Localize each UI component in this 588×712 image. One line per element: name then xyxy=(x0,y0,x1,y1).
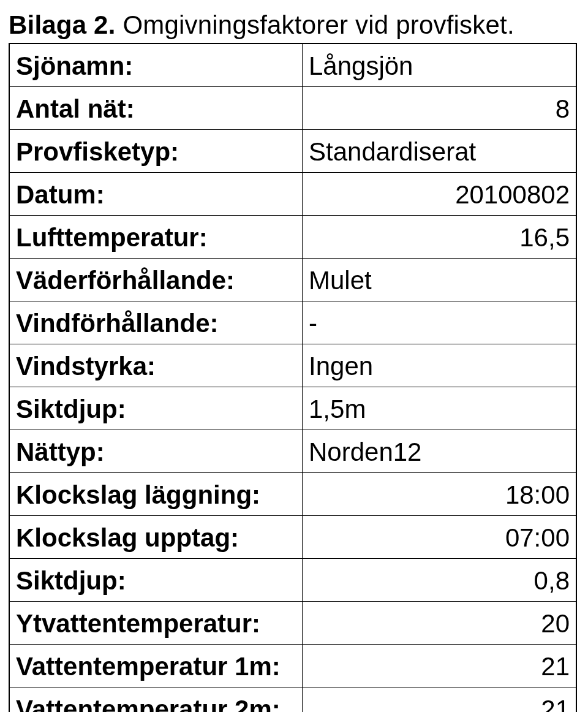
row-value: 20 xyxy=(303,602,576,644)
row-key: Vindstyrka: xyxy=(10,344,303,387)
table-row: Antal nät:8 xyxy=(10,87,576,130)
row-value: 0,8 xyxy=(303,559,576,601)
row-key: Antal nät: xyxy=(10,87,303,129)
table-row: Lufttemperatur:16,5 xyxy=(10,216,576,259)
row-value: 21 xyxy=(303,687,576,712)
table-row: Nättyp:Norden12 xyxy=(10,430,576,473)
title-bold: Bilaga 2. xyxy=(9,10,123,39)
row-key: Vattentemperatur 2m: xyxy=(10,687,303,712)
row-value: Standardiserat xyxy=(303,130,576,172)
table-row: Väderförhållande:Mulet xyxy=(10,259,576,301)
table-row: Vattentemperatur 1m:21 xyxy=(10,645,576,687)
row-value: Långsjön xyxy=(303,44,576,86)
row-value: 1,5m xyxy=(303,387,576,430)
table-row: Klockslag läggning:18:00 xyxy=(10,473,576,516)
row-value: 18:00 xyxy=(303,473,576,515)
table-row: Vindstyrka:Ingen xyxy=(10,344,576,387)
row-value: 16,5 xyxy=(303,216,576,258)
row-key: Vattentemperatur 1m: xyxy=(10,645,303,687)
page-title: Bilaga 2. Omgivningsfaktorer vid provfis… xyxy=(9,11,582,39)
row-key: Datum: xyxy=(10,173,303,215)
row-key: Klockslag upptag: xyxy=(10,516,303,558)
row-key: Klockslag läggning: xyxy=(10,473,303,515)
row-key: Ytvattentemperatur: xyxy=(10,602,303,644)
row-key: Nättyp: xyxy=(10,430,303,472)
table-row: Sjönamn:Långsjön xyxy=(10,44,576,87)
table-row: Siktdjup:1,5m xyxy=(10,387,576,430)
table-row: Klockslag upptag:07:00 xyxy=(10,516,576,559)
title-rest: Omgivningsfaktorer vid provfisket. xyxy=(123,10,514,39)
table-row: Vindförhållande:- xyxy=(10,301,576,344)
table-row: Siktdjup:0,8 xyxy=(10,559,576,602)
row-value: 21 xyxy=(303,645,576,687)
row-value: - xyxy=(303,301,576,344)
row-value: 20100802 xyxy=(303,173,576,215)
row-key: Lufttemperatur: xyxy=(10,216,303,258)
row-value: 07:00 xyxy=(303,516,576,558)
row-key: Väderförhållande: xyxy=(10,259,303,301)
table-row: Provfisketyp:Standardiserat xyxy=(10,130,576,173)
data-table: Sjönamn:LångsjönAntal nät:8Provfisketyp:… xyxy=(9,43,577,712)
row-value: Mulet xyxy=(303,259,576,301)
table-row: Datum:20100802 xyxy=(10,173,576,216)
table-row: Vattentemperatur 2m:21 xyxy=(10,687,576,712)
table-row: Ytvattentemperatur:20 xyxy=(10,602,576,645)
row-key: Siktdjup: xyxy=(10,559,303,601)
row-key: Vindförhållande: xyxy=(10,301,303,344)
row-key: Sjönamn: xyxy=(10,44,303,86)
row-value: Ingen xyxy=(303,344,576,387)
row-key: Siktdjup: xyxy=(10,387,303,430)
row-key: Provfisketyp: xyxy=(10,130,303,172)
row-value: 8 xyxy=(303,87,576,129)
row-value: Norden12 xyxy=(303,430,576,472)
